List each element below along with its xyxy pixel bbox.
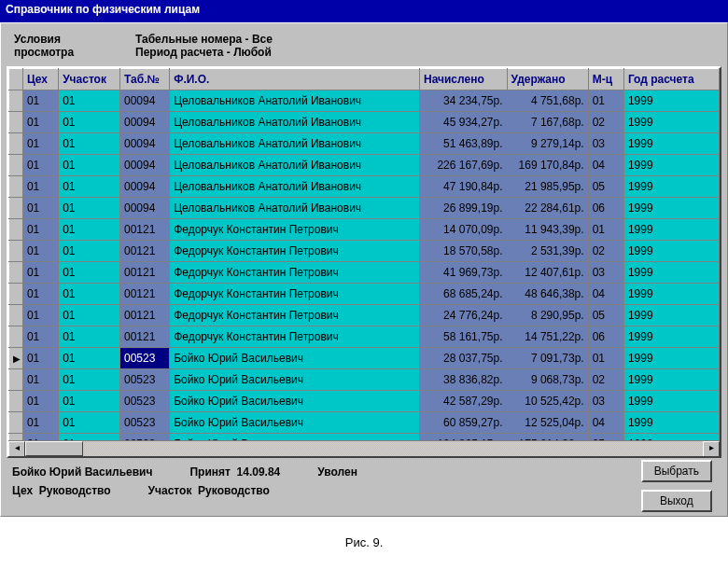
row-indicator[interactable] [9,326,23,348]
cell-nach[interactable]: 51 463,89р. [419,133,507,155]
cell-ceh[interactable]: 01 [22,391,58,412]
table-row[interactable]: 010100523Бойко Юрий Васильевич42 587,29р… [9,391,720,412]
cell-fio[interactable]: Федорчук Константин Петрович [170,241,420,262]
cell-m[interactable]: 04 [588,412,623,434]
cell-nach[interactable]: 47 190,84р. [419,176,507,198]
cell-tab[interactable]: 00094 [120,133,170,155]
cell-nach[interactable]: 28 037,75р. [419,348,507,369]
row-indicator[interactable] [9,369,23,391]
cell-tab[interactable]: 00094 [120,112,170,133]
cell-fio[interactable]: Федорчук Константин Петрович [170,326,420,348]
cell-nach[interactable]: 58 161,75р. [419,326,507,348]
table-row[interactable]: 010100523Бойко Юрий Васильевич38 836,82р… [9,369,720,391]
cell-m[interactable]: 06 [588,198,623,219]
cell-nach[interactable]: 34 234,75р. [419,90,507,112]
cell-fio[interactable]: Федорчук Константин Петрович [170,284,420,305]
table-row[interactable]: 010100523Бойко Юрий Васильевич60 859,27р… [9,412,720,434]
cell-nach[interactable]: 26 899,19р. [419,198,507,219]
cell-ceh[interactable]: 01 [22,348,58,369]
cell-nach[interactable]: 41 969,73р. [419,262,507,284]
cell-fio[interactable]: Целовальников Анатолий Иванович [170,155,420,176]
exit-button[interactable]: Выход [641,490,712,512]
cell-uch[interactable]: 01 [59,305,120,326]
header-month[interactable]: М-ц [588,69,623,90]
table-row[interactable]: 010100121Федорчук Константин Петрович41 … [9,262,720,284]
cell-y[interactable]: 1999 [623,305,719,326]
cell-y[interactable]: 1999 [623,241,719,262]
cell-tab[interactable]: 00094 [120,198,170,219]
row-indicator[interactable] [9,176,23,198]
cell-ceh[interactable]: 01 [22,112,58,133]
row-indicator[interactable] [9,112,23,133]
cell-ud[interactable]: 169 170,84р. [507,155,588,176]
cell-uch[interactable]: 01 [59,176,120,198]
cell-fio[interactable]: Целовальников Анатолий Иванович [170,112,420,133]
cell-m[interactable]: 02 [588,112,623,133]
cell-ceh[interactable]: 01 [22,133,58,155]
cell-ceh[interactable]: 01 [22,90,58,112]
cell-nach[interactable]: 18 570,58р. [419,241,507,262]
cell-y[interactable]: 1999 [623,262,719,284]
cell-ud[interactable]: 12 525,04р. [507,412,588,434]
cell-ud[interactable]: 7 167,68р. [507,112,588,133]
cell-y[interactable]: 1999 [623,369,719,391]
cell-fio[interactable]: Целовальников Анатолий Иванович [170,176,420,198]
cell-y[interactable]: 1999 [623,284,719,305]
row-indicator[interactable] [9,348,23,369]
cell-ceh[interactable]: 01 [22,241,58,262]
cell-uch[interactable]: 01 [59,262,120,284]
row-indicator[interactable] [9,133,23,155]
cell-uch[interactable]: 01 [59,412,120,434]
cell-y[interactable]: 1999 [623,90,719,112]
data-table[interactable]: Цех Участок Таб.№ Ф.И.О. Начислено Удерж… [8,68,720,458]
horizontal-scrollbar[interactable]: ◂ ▸ [8,440,720,456]
cell-ceh[interactable]: 01 [22,155,58,176]
cell-ceh[interactable]: 01 [22,219,58,241]
cell-fio[interactable]: Федорчук Константин Петрович [170,305,420,326]
cell-uch[interactable]: 01 [59,241,120,262]
row-indicator[interactable] [9,219,23,241]
cell-y[interactable]: 1999 [623,198,719,219]
cell-fio[interactable]: Целовальников Анатолий Иванович [170,198,420,219]
cell-ud[interactable]: 4 751,68р. [507,90,588,112]
titlebar[interactable]: Справочник по физическим лицам [0,0,728,22]
scroll-track[interactable] [25,441,703,456]
cell-m[interactable]: 05 [588,176,623,198]
row-indicator[interactable] [9,391,23,412]
cell-tab[interactable]: 00094 [120,176,170,198]
cell-ceh[interactable]: 01 [22,369,58,391]
cell-tab[interactable]: 00523 [120,348,170,369]
cell-fio[interactable]: Целовальников Анатолий Иванович [170,133,420,155]
cell-y[interactable]: 1999 [623,133,719,155]
cell-ceh[interactable]: 01 [22,176,58,198]
cell-ceh[interactable]: 01 [22,412,58,434]
row-indicator[interactable] [9,262,23,284]
table-row[interactable]: 010100094Целовальников Анатолий Иванович… [9,155,720,176]
cell-y[interactable]: 1999 [623,155,719,176]
scroll-right-button[interactable]: ▸ [703,441,720,458]
cell-ceh[interactable]: 01 [22,262,58,284]
scroll-thumb[interactable] [25,441,83,456]
table-row[interactable]: 010100121Федорчук Константин Петрович18 … [9,241,720,262]
select-button[interactable]: Выбрать [641,460,712,482]
header-year[interactable]: Год расчета [623,69,719,90]
cell-ud[interactable]: 9 279,14р. [507,133,588,155]
cell-uch[interactable]: 01 [59,219,120,241]
cell-nach[interactable]: 38 836,82р. [419,369,507,391]
cell-m[interactable]: 04 [588,155,623,176]
row-indicator[interactable] [9,412,23,434]
table-row[interactable]: 010100094Целовальников Анатолий Иванович… [9,133,720,155]
cell-y[interactable]: 1999 [623,219,719,241]
table-row[interactable]: 010100094Целовальников Анатолий Иванович… [9,112,720,133]
cell-tab[interactable]: 00523 [120,369,170,391]
cell-ud[interactable]: 10 525,42р. [507,391,588,412]
cell-nach[interactable]: 226 167,69р. [419,155,507,176]
row-indicator[interactable] [9,90,23,112]
row-indicator[interactable] [9,241,23,262]
table-row[interactable]: 010100094Целовальников Анатолий Иванович… [9,198,720,219]
cell-m[interactable]: 03 [588,133,623,155]
cell-fio[interactable]: Бойко Юрий Васильевич [170,412,420,434]
header-uchastok[interactable]: Участок [59,69,120,90]
table-row[interactable]: 010100523Бойко Юрий Васильевич28 037,75р… [9,348,720,369]
cell-uch[interactable]: 01 [59,90,120,112]
